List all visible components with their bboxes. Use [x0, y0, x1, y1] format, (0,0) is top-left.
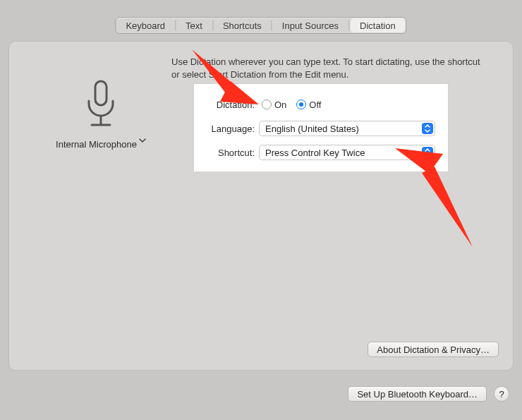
- tab-divider: [348, 20, 349, 30]
- tabbar: Keyboard Text Shortcuts Input Sources Di…: [115, 17, 406, 34]
- row-shortcut: Shortcut: Press Control Key Twice: [194, 140, 448, 164]
- dictation-label: Dictation:: [194, 100, 259, 110]
- description-text: Use Dictation wherever you can type text…: [171, 56, 485, 81]
- tab-shortcuts[interactable]: Shortcuts: [213, 18, 272, 33]
- language-select[interactable]: English (United States): [259, 121, 435, 136]
- tab-text[interactable]: Text: [176, 18, 212, 33]
- tab-keyboard[interactable]: Keyboard: [116, 18, 175, 33]
- radio-off[interactable]: Off: [296, 100, 321, 110]
- language-label: Language:: [194, 124, 259, 134]
- microphone-selector[interactable]: Internal Microphone: [56, 138, 146, 150]
- shortcut-value: Press Control Key Twice: [265, 148, 365, 158]
- microphone-column: Internal Microphone: [37, 80, 164, 150]
- chevron-down-icon: [139, 138, 146, 150]
- dictation-form: Dictation: On Off Language: English (Uni…: [194, 92, 448, 164]
- microphone-icon: [37, 80, 164, 131]
- about-dictation-container: About Dictation & Privacy…: [368, 342, 499, 357]
- language-value: English (United States): [265, 124, 359, 134]
- preferences-panel: Use Dictation wherever you can type text…: [8, 41, 514, 371]
- about-dictation-button[interactable]: About Dictation & Privacy…: [368, 342, 499, 357]
- radio-off-input[interactable]: [296, 100, 306, 109]
- tab-input-sources[interactable]: Input Sources: [272, 18, 348, 33]
- radio-on-input[interactable]: [262, 100, 272, 109]
- tab-dictation[interactable]: Dictation: [350, 18, 406, 32]
- bottom-row: Set Up Bluetooth Keyboard… ?: [348, 386, 509, 402]
- updown-caret-icon: [422, 123, 433, 134]
- radio-off-label: Off: [309, 100, 321, 110]
- row-dictation: Dictation: On Off: [194, 92, 448, 116]
- svg-rect-0: [95, 81, 107, 105]
- radio-on-label: On: [274, 100, 286, 110]
- microphone-label: Internal Microphone: [56, 139, 137, 150]
- updown-caret-icon: [422, 147, 433, 158]
- shortcut-label: Shortcut:: [194, 148, 259, 158]
- setup-bluetooth-button[interactable]: Set Up Bluetooth Keyboard…: [348, 386, 487, 402]
- help-button[interactable]: ?: [494, 386, 509, 402]
- row-language: Language: English (United States): [194, 116, 448, 140]
- shortcut-select[interactable]: Press Control Key Twice: [259, 145, 435, 160]
- radio-on[interactable]: On: [262, 100, 286, 110]
- dictation-radios: On Off: [262, 100, 321, 110]
